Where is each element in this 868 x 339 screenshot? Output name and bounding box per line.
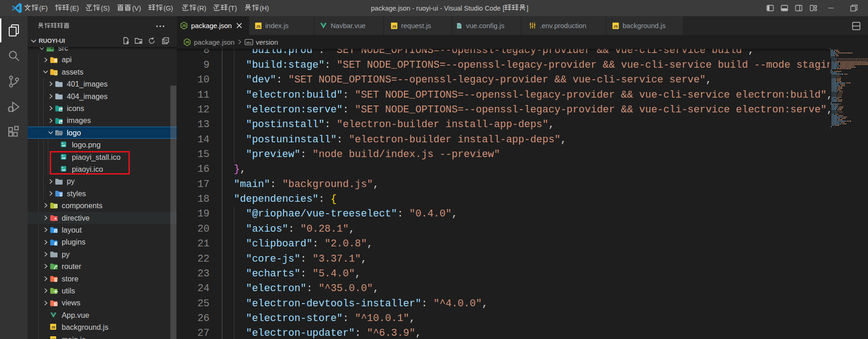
- svg-text:JS: JS: [613, 24, 618, 28]
- svg-text:JS: JS: [51, 325, 55, 329]
- svg-text:JS: JS: [182, 24, 186, 27]
- svg-text:JS: JS: [185, 41, 189, 44]
- svg-text:JS: JS: [392, 24, 396, 28]
- svg-text:JS: JS: [256, 24, 261, 28]
- svg-text:abc: abc: [246, 40, 252, 44]
